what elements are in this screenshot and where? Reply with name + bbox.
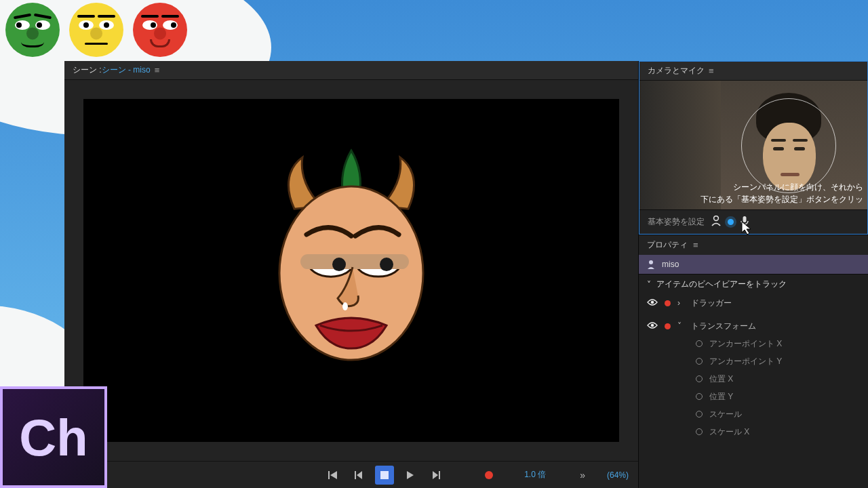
svg-marker-9 [407, 471, 414, 479]
set-rest-pose-button[interactable]: 基本姿勢を設定 [648, 216, 705, 228]
puppet-row[interactable]: miso [639, 255, 868, 274]
camera-active-indicator [728, 219, 734, 225]
keyframe-icon[interactable] [696, 358, 703, 365]
scene-panel-header[interactable]: シーン : シーン - miso [64, 61, 638, 80]
keyframe-icon[interactable] [696, 375, 703, 382]
webcam-preview: シーンパネルに顔を向け、それから 下にある「基本姿勢を設定」ボタンをクリッ [639, 81, 867, 209]
properties-panel: プロパティ miso ˅ アイテムのビヘイビアーをトラック › [639, 235, 868, 441]
svg-rect-11 [439, 471, 440, 479]
svg-point-1 [332, 258, 346, 271]
adobe-ch-badge: Ch [0, 386, 107, 488]
face-red [133, 3, 187, 57]
record-button[interactable] [479, 466, 498, 485]
stop-button[interactable] [375, 466, 394, 485]
svg-point-12 [485, 471, 493, 479]
camera-mic-panel: カメラとマイク シーンパネルに顔を向け、それから 下にある「基本姿勢を設定」ボタ [639, 61, 868, 235]
chevron-down-icon[interactable]: ˅ [677, 321, 684, 331]
panel-menu-icon[interactable] [155, 65, 160, 75]
playback-rate[interactable]: 1.0 倍 [524, 469, 546, 481]
param-label: スケール X [709, 426, 749, 438]
badge-text: Ch [19, 408, 87, 467]
behavior-name: トランスフォーム [691, 321, 756, 332]
properties-panel-header[interactable]: プロパティ [639, 235, 868, 255]
visibility-icon[interactable] [647, 321, 658, 331]
svg-rect-4 [328, 471, 330, 479]
param-label: 位置 X [709, 373, 733, 385]
puppet-name: miso [662, 260, 679, 269]
keyframe-icon[interactable] [696, 340, 703, 347]
face-green [5, 3, 60, 57]
svg-marker-6 [357, 471, 362, 479]
scene-prefix: シーン : [73, 64, 102, 76]
svg-point-17 [651, 300, 654, 304]
zoom-level[interactable]: (64%) [607, 470, 629, 480]
go-to-start-button[interactable] [323, 466, 342, 485]
panel-menu-icon[interactable] [693, 240, 698, 250]
param-scale[interactable]: スケール [639, 405, 868, 423]
arm-record-icon[interactable] [665, 323, 671, 329]
svg-marker-10 [433, 471, 438, 479]
camera-instruction-text: シーンパネルに顔を向け、それから 下にある「基本姿勢を設定」ボタンをクリッ [644, 181, 863, 205]
svg-point-16 [649, 260, 653, 264]
puppet-icon [647, 260, 655, 269]
chevron-right-icon[interactable]: › [677, 298, 684, 308]
param-anchor-y[interactable]: アンカーポイント Y [639, 352, 868, 370]
step-forward-button[interactable] [427, 466, 446, 485]
step-back-button[interactable] [349, 466, 368, 485]
camera-panel-title: カメラとマイク [648, 65, 705, 77]
svg-point-3 [342, 302, 348, 310]
behavior-name: ドラッガー [691, 298, 732, 309]
behavior-row-dragger[interactable]: › ドラッガー [639, 294, 868, 312]
sample-faces-strip [5, 3, 187, 57]
svg-point-13 [714, 216, 719, 221]
face-tracking-circle [741, 98, 836, 193]
param-label: アンカーポイント Y [709, 356, 782, 367]
param-label: アンカーポイント X [709, 338, 782, 350]
arm-record-icon[interactable] [665, 300, 671, 306]
keyframe-icon[interactable] [696, 411, 703, 418]
chevron-down-icon: ˅ [647, 280, 651, 289]
svg-marker-5 [330, 471, 337, 479]
svg-rect-14 [743, 216, 747, 222]
track-behaviors-label: アイテムのビヘイビアーをトラック [656, 279, 787, 290]
param-pos-y[interactable]: 位置 Y [639, 388, 868, 405]
microphone-icon[interactable] [741, 216, 749, 228]
svg-point-2 [380, 258, 393, 271]
camera-input-icon[interactable] [711, 216, 721, 228]
keyframe-icon[interactable] [696, 428, 703, 435]
play-button[interactable] [401, 466, 420, 485]
svg-rect-8 [380, 471, 389, 479]
svg-point-18 [651, 323, 654, 327]
scene-name-link[interactable]: シーン - miso [102, 64, 151, 76]
face-yellow [69, 3, 123, 57]
more-button[interactable]: » [580, 470, 587, 481]
param-scale-x[interactable]: スケール X [639, 423, 868, 441]
param-anchor-x[interactable]: アンカーポイント X [639, 335, 868, 352]
transport-bar: 0 0 1.0 倍 » (64%) [64, 461, 638, 488]
panel-menu-icon[interactable] [709, 66, 714, 76]
param-label: スケール [709, 409, 742, 420]
behavior-row-transform[interactable]: ˅ トランスフォーム [639, 317, 868, 335]
keyframe-icon[interactable] [696, 393, 703, 400]
param-label: 位置 Y [709, 391, 733, 403]
param-pos-x[interactable]: 位置 X [639, 370, 868, 388]
svg-rect-7 [355, 471, 356, 479]
camera-panel-header[interactable]: カメラとマイク [639, 62, 867, 81]
puppet-character [263, 148, 439, 367]
scene-viewport[interactable] [83, 99, 619, 442]
app-window: シーン : シーン - miso [64, 61, 868, 488]
properties-title: プロパティ [647, 239, 688, 251]
track-behaviors-header[interactable]: ˅ アイテムのビヘイビアーをトラック [639, 274, 868, 294]
visibility-icon[interactable] [647, 298, 658, 308]
